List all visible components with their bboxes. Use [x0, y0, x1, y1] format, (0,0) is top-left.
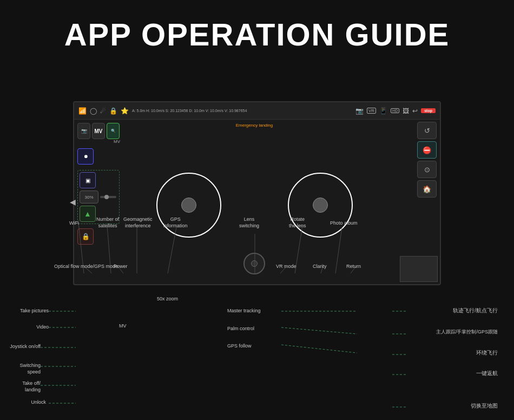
speed-row: 30% [80, 191, 117, 204]
title-section: APP OPERATION GUIDE [0, 0, 514, 63]
vr-icon: VR [367, 108, 376, 114]
wifi-icon: 📶 [78, 107, 87, 115]
status-bar: 📶 ◯ ☄ 🔒 ⭐ A: 5.0m H: 10.0m/s S: 20.12345… [74, 102, 440, 120]
left-panel: 📷 MV 🔍 MV ⏺ ▣ [74, 120, 123, 284]
return-label: Return [346, 264, 361, 270]
one-key-return-button[interactable]: 🏠 [417, 180, 437, 198]
photo-icon: 🖼 [403, 107, 409, 115]
lock-icon: 🔒 [109, 107, 117, 115]
satellites-label: Number ofsatellites [96, 216, 119, 229]
trajectory-cn-label: 轨迹飞行/航点飞行 [453, 307, 498, 314]
status-readings: A: 5.0m H: 10.0m/s S: 20.123456 D: 10.0m… [132, 108, 247, 114]
zoom-label: MV [114, 139, 120, 144]
photo-album-label: Photo album [330, 220, 358, 227]
mv-label-ann: MV [119, 323, 127, 330]
joystick-btn-row: ▣ [80, 172, 117, 188]
unlock-row: 🔒 [77, 228, 120, 245]
one-key-return-cn-label: 一键返航 [476, 370, 498, 377]
joystick-area: ▣ 30% ▲ [77, 170, 120, 224]
optical-flow-label: Optical flow mode/GPS mode [54, 264, 118, 270]
mode-icon: ◯ [90, 107, 97, 115]
lens-switching-label: Lensswitching [239, 216, 259, 229]
unlock-button[interactable]: 🔒 [77, 228, 94, 245]
rotate-lens-label: Rotatethe lens [289, 216, 306, 229]
take-picture-button[interactable]: 📷 [77, 123, 90, 139]
video-btn-row: ⏺ [77, 148, 120, 165]
app-screen: 📶 ◯ ☄ 🔒 ⭐ A: 5.0m H: 10.0m/s S: 20.12345… [73, 101, 441, 285]
gps-label: GPSinformation [163, 216, 188, 229]
video-label: Video [16, 324, 49, 331]
switch-map-cn-label: 切换至地图 [471, 402, 498, 410]
attitude-inner [251, 260, 258, 267]
mv-button[interactable]: MV [92, 123, 105, 139]
app-main: 📷 MV 🔍 MV ⏺ ▣ [74, 120, 440, 284]
master-tracking-button[interactable]: ⛔ [417, 141, 437, 159]
gps-follow-label: GPS follow [227, 343, 252, 350]
main-title: APP OPERATION GUIDE [0, 16, 514, 52]
return-icon: ↩ [412, 107, 418, 115]
master-tracking-label: Master tracking [227, 308, 261, 314]
palm-arrow-icon: ◀ [70, 198, 76, 206]
top-btn-row: 📷 MV 🔍 [77, 123, 120, 139]
right-joystick-inner [313, 198, 328, 213]
zoom-button[interactable]: 🔍 [107, 123, 120, 139]
takeoff-button[interactable]: ▲ [80, 206, 96, 222]
switching-speed-label: Switchingspeed [3, 363, 41, 375]
center-area: Emergency landing [123, 120, 386, 284]
emergency-label: Emergency landing [236, 123, 273, 128]
right-panel: ◀ ↺ ⛔ ⊙ 🏠 [386, 120, 440, 284]
star-icon: ⭐ [121, 107, 129, 115]
phone-icon: 📱 [379, 107, 387, 115]
wifi-label: WiFi [69, 220, 79, 227]
speed-slider[interactable] [100, 196, 116, 198]
joystick-label: Joystick on/off [3, 344, 41, 350]
zoom-label-ann: 50x zoom [157, 296, 178, 303]
video-button[interactable]: ⏺ [77, 148, 94, 165]
vr-mode-label: VR mode [276, 264, 296, 270]
clarity-label: Clarity [313, 264, 327, 270]
left-joystick-inner [181, 198, 196, 213]
guide-layout: 📶 ◯ ☄ 🔒 ⭐ A: 5.0m H: 10.0m/s S: 20.12345… [0, 101, 514, 285]
satellite-icon: ☄ [100, 107, 106, 115]
camera-icon: 📷 [355, 107, 364, 115]
speed-display: 30% [80, 191, 98, 204]
palm-control-label: Palm control [227, 326, 254, 332]
power-label: Power [114, 264, 128, 270]
geomagnetic-label: Geomagneticinterference [123, 216, 153, 229]
master-gps-cn-label: 主人跟踪/手掌控制/GPS跟随 [436, 329, 498, 336]
unlock-label: Unlock [11, 399, 46, 406]
take-pictures-label: Take pictures [5, 308, 49, 314]
surround-button[interactable]: ⊙ [417, 161, 437, 178]
surround-cn-label: 环绕飞行 [476, 349, 498, 357]
takeoff-label: Take off/landing [3, 380, 41, 393]
stop-button[interactable]: stop [421, 108, 436, 113]
svg-line-20 [281, 345, 357, 353]
svg-line-19 [281, 327, 357, 334]
attitude-device [243, 253, 265, 274]
trajectory-button[interactable]: ↺ [417, 122, 437, 139]
joystick-toggle-button[interactable]: ▣ [80, 172, 96, 188]
hd-icon: HD [391, 108, 399, 113]
page-root: APP OPERATION GUIDE 📶 ◯ ☄ 🔒 ⭐ A: 5.0m H:… [0, 0, 514, 420]
map-placeholder [400, 256, 438, 282]
